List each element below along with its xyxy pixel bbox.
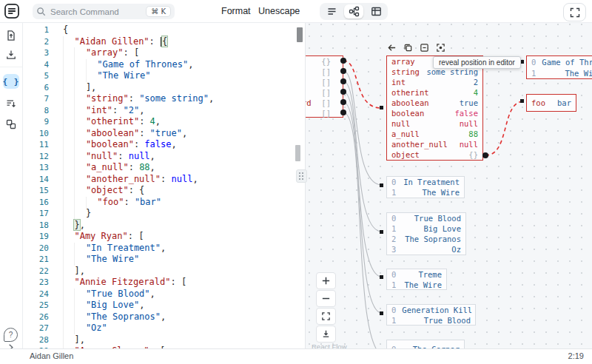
lock-button[interactable] [316,326,336,343]
code-line[interactable]: 14"another_null": null, [22,174,305,186]
graph-node-array-items[interactable]: 0Game of Thrones1The Wire [526,55,592,79]
editor-scrollbar-thumb[interactable] [297,27,303,42]
code-token: "Big Love" [86,300,139,310]
code-line[interactable]: 28], [22,334,305,346]
tab-graph-view[interactable] [344,4,363,18]
tab-table-view[interactable] [366,4,386,18]
code-line[interactable]: 21"The Wire" [22,254,305,266]
code-line[interactable]: 25"Big Love", [22,300,305,311]
tab-text-view[interactable] [322,4,341,18]
row-value: [] [321,67,331,77]
fullscreen-button[interactable] [563,3,586,21]
indent-guide [63,36,74,48]
code-line[interactable]: 8"int": "2", [22,105,305,117]
back-icon[interactable] [386,42,397,53]
code-token: null [171,174,192,184]
graph-node-the-corner[interactable]: 0The Corner [386,340,465,348]
panel-resize-handle[interactable] [296,169,307,183]
row-value: true [460,98,478,108]
graph-node-aidan-gillen[interactable]: array[]stringsome stringint2otherint4abo… [386,55,483,161]
transform-icon[interactable] [3,117,19,132]
focus-node-icon[interactable] [435,42,445,53]
node-row: nullnull [387,118,482,129]
duplicate-icon[interactable] [403,42,413,53]
line-number: 5 [22,70,49,82]
line-content: "foo": "bar" [49,197,161,209]
code-line[interactable]: 20"In Treatment", [22,243,305,255]
line-content: "int": "2", [49,105,144,117]
import-file-icon[interactable] [3,28,19,43]
graph-node-amy-ryan[interactable]: 0In Treatment1The Wire [386,176,465,198]
search-input[interactable]: Search Command ⌘ K [33,4,175,19]
indent-guide [63,243,74,255]
code-line[interactable]: 13"a_null": 88, [22,162,305,174]
code-line[interactable]: 27"Oz" [22,323,305,334]
row-value: bar [557,98,571,108]
node-row: [] [305,67,343,77]
code-line[interactable]: 3"array": [ [22,47,305,59]
row-key: another_null [391,139,448,149]
code-line[interactable]: 10"aboolean": "true", [22,128,305,140]
code-line[interactable]: 2"Aidan Gillen": { [22,36,305,48]
node-row: otherint4 [387,87,482,98]
graph-node-object-foo[interactable]: foobar [526,94,576,112]
node-row: 0True Blood [387,213,465,223]
code-line[interactable]: 1{ [22,24,305,36]
code-line[interactable]: 24"True Blood", [22,289,305,300]
code-line[interactable]: 17} [22,208,305,220]
code-token: , [139,105,144,115]
help-icon[interactable]: ? [4,328,18,342]
unescape-button[interactable]: Unescape [258,0,300,22]
zoom-out-button[interactable] [316,290,336,307]
editor-scroll-marker[interactable] [295,145,300,161]
code-line[interactable]: 23"Annie Fitzgerald": [ [22,277,305,289]
row-value: [] [321,108,331,118]
code-editor[interactable]: 1{2"Aidan Gillen": {3"array": [4"Game of… [22,22,305,348]
code-token: "aboolean" [86,128,139,138]
code-line[interactable]: 19"Amy Ryan": [ [22,231,305,243]
graph-node-root[interactable]: {}[][][]rd[][] [305,55,343,118]
code-line[interactable]: 16"foo": "bar" [22,197,305,209]
code-token: : [129,93,139,104]
graph-node-generation-kill[interactable]: 0Generation Kill1True Blood [386,304,476,326]
code-line[interactable]: 22], [22,266,305,277]
code-token: , [150,289,155,299]
app-logo-icon[interactable] [4,3,20,19]
row-value: Treme [418,269,442,280]
indent-guide [74,59,85,71]
format-button[interactable]: Format [221,0,251,22]
line-content: "Aidan Gillen": { [49,36,167,48]
fit-view-button[interactable] [316,308,336,325]
collapse-node-icon[interactable] [419,42,429,53]
json-braces-icon[interactable]: { } [3,74,19,89]
row-value: false [454,108,478,118]
code-line[interactable]: 11"boolean": false, [22,139,305,151]
code-line[interactable]: 6], [22,82,305,94]
code-token: , [171,139,176,149]
code-token: "bar" [135,197,161,207]
graph-node-annie-fitzgerald[interactable]: 0True Blood1Big Love2The Sopranos3Oz [386,212,466,255]
graph-node-treme[interactable]: 0Treme1The Wire [386,269,447,290]
code-line[interactable]: 15"object": { [22,185,305,197]
code-token: , [161,243,166,253]
code-line[interactable]: 18}, [22,220,305,232]
code-line[interactable]: 7"string": "some string", [22,93,305,105]
sidebar-divider [0,67,22,67]
code-token: : [ [128,231,144,241]
row-index: 0 [391,269,396,280]
row-index: 2 [391,234,396,244]
graph-panel[interactable]: {}[][][]rd[][]array[]stringsome stringin… [305,22,592,348]
code-token: : [ [123,47,139,58]
zoom-in-button[interactable] [316,272,336,289]
react-flow-attribution[interactable]: React Flow [312,343,347,348]
code-line[interactable]: 26"The Sopranos", [22,311,305,323]
indent-guide [63,208,74,220]
indent-guide [63,300,74,311]
code-line[interactable]: 12"null": null, [22,151,305,163]
code-line[interactable]: 4"Game of Thrones", [22,59,305,71]
indent-guide [63,254,74,266]
code-line[interactable]: 9"otherint": 4, [22,116,305,128]
code-line[interactable]: 5"The Wire" [22,70,305,82]
sort-icon[interactable] [3,96,19,111]
download-icon[interactable] [3,47,19,62]
